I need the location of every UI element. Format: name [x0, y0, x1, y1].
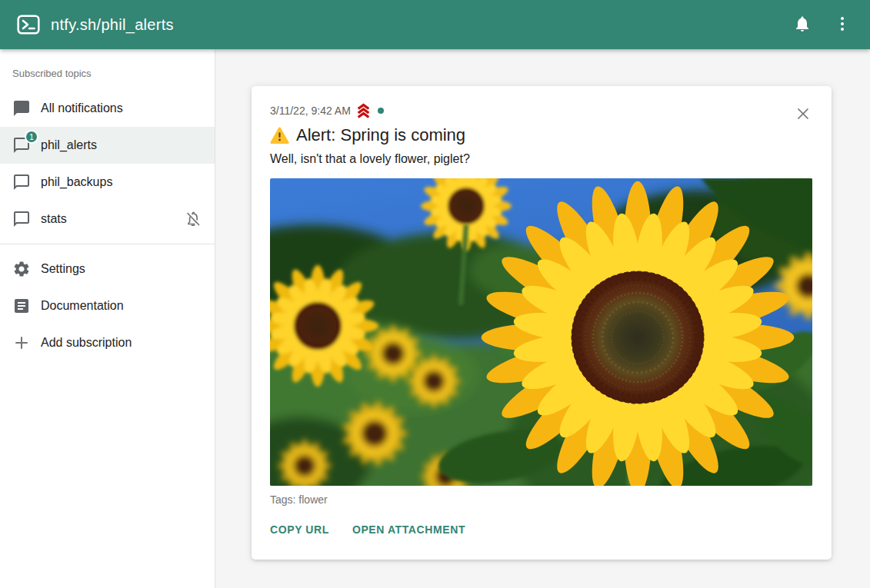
notifications-muted-icon [184, 210, 202, 228]
copy-url-button[interactable]: COPY URL [270, 517, 329, 543]
sidebar-divider [0, 244, 215, 244]
sidebar-item-phil-alerts[interactable]: 1 phil_alerts [0, 127, 215, 164]
ntfy-terminal-logo-icon [17, 15, 40, 35]
sidebar-item-phil-backups[interactable]: phil_backups [0, 164, 215, 201]
sidebar-item-add-subscription[interactable]: Add subscription [0, 324, 215, 361]
plus-icon [12, 334, 31, 352]
priority-high-icon [355, 103, 372, 119]
notification-timestamp: 3/11/22, 9:42 AM [270, 105, 351, 117]
notification-title-row: Alert: Spring is coming [270, 124, 813, 147]
open-attachment-button[interactable]: OPEN ATTACHMENT [352, 517, 465, 543]
gear-icon [12, 260, 31, 278]
notifications-bell-button[interactable] [785, 8, 819, 42]
sidebar-item-documentation[interactable]: Documentation [0, 287, 215, 324]
subscribed-topics-label: Subscribed topics [0, 60, 215, 90]
close-icon [795, 106, 811, 124]
page-title: ntfy.sh/phil_alerts [51, 16, 785, 34]
notification-actions: COPY URL OPEN ATTACHMENT [270, 517, 813, 543]
chat-bubble-outline-icon [12, 210, 31, 228]
overflow-menu-button[interactable] [825, 8, 859, 42]
chat-bubble-outline-icon [12, 173, 31, 191]
notification-tags: Tags: flower [270, 493, 813, 506]
chat-bubble-outline-icon: 1 [12, 136, 31, 154]
notification-card: 3/11/22, 9:42 AM [252, 86, 832, 560]
app-bar: ntfy.sh/phil_alerts [0, 0, 870, 49]
main-content: 3/11/22, 9:42 AM [215, 49, 870, 588]
attachment-image[interactable] [270, 178, 812, 486]
notification-title: Alert: Spring is coming [296, 124, 465, 147]
chat-bubble-filled-icon [12, 99, 31, 118]
notification-meta-row: 3/11/22, 9:42 AM [270, 103, 813, 118]
document-icon [12, 297, 31, 315]
sidebar-item-label: phil_alerts [41, 138, 202, 152]
sidebar-item-label: Documentation [41, 299, 202, 313]
notification-body: Well, isn't that a lovely flower, piglet… [270, 151, 813, 167]
sidebar-item-settings[interactable]: Settings [0, 251, 215, 287]
warning-triangle-emoji-icon [270, 127, 289, 145]
sidebar-item-label: Settings [41, 262, 202, 276]
bell-icon [793, 15, 812, 35]
sunflower [482, 181, 795, 486]
unread-indicator-dot [378, 108, 384, 114]
kebab-menu-icon [833, 15, 852, 35]
sidebar-item-label: stats [41, 212, 184, 226]
sidebar: Subscribed topics All notifications 1 ph… [0, 49, 215, 588]
sidebar-item-stats[interactable]: stats [0, 201, 215, 238]
sidebar-item-label: phil_backups [41, 175, 202, 189]
sidebar-item-label: Add subscription [41, 336, 202, 350]
close-notification-button[interactable] [793, 105, 813, 125]
sidebar-item-label: All notifications [41, 101, 202, 115]
sidebar-item-all-notifications[interactable]: All notifications [0, 90, 215, 127]
unread-count-badge: 1 [25, 130, 38, 144]
